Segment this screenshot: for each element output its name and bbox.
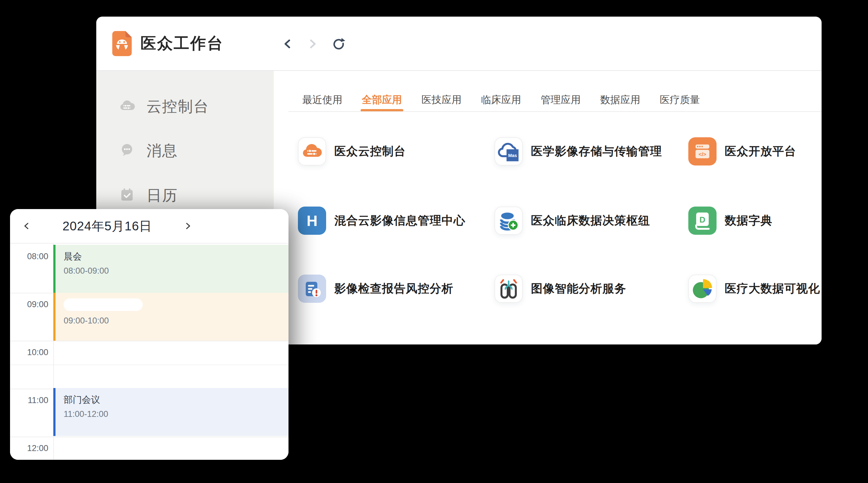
- forward-button[interactable]: [304, 36, 321, 53]
- app-image-ai-analysis[interactable]: 图像智能分析服务: [495, 275, 626, 303]
- app-label: 影像检查报告风控分析: [334, 281, 454, 296]
- content-area: 最近使用 全部应用 医技应用 临床应用 管理应用 数据应用 医疗质量: [274, 71, 822, 345]
- sidebar-item-calendar[interactable]: 日历: [118, 186, 178, 205]
- dictionary-book-icon: D: [688, 206, 717, 235]
- chevron-left-icon: [22, 222, 31, 231]
- calendar-date: 2024年5月16日: [44, 209, 170, 243]
- time-label: 08:00: [10, 252, 48, 261]
- app-title: 医众工作台: [141, 33, 224, 54]
- report-alert-icon: [298, 275, 326, 303]
- time-label: 10:00: [10, 348, 48, 357]
- app-data-dictionary[interactable]: D 数据字典: [688, 206, 772, 235]
- code-window-icon: </>: [688, 137, 717, 165]
- chevron-right-icon: [183, 222, 192, 231]
- calendar-header: 2024年5月16日: [10, 209, 288, 244]
- event-title-redacted-pill: [64, 298, 143, 311]
- calendar-check-icon: [118, 186, 136, 205]
- message-bubble-icon: [118, 141, 136, 160]
- app-label: 混合云影像信息管理中心: [334, 213, 465, 228]
- hour-line: [10, 341, 288, 341]
- sidebar-item-label: 消息: [147, 141, 178, 161]
- orange-cloud-settings-icon: [298, 137, 326, 165]
- time-label: 12:00: [10, 444, 48, 453]
- sidebar-item-messages[interactable]: 消息: [118, 141, 178, 161]
- calendar-prev-day-button[interactable]: [18, 218, 35, 235]
- chevron-left-icon: [283, 38, 293, 50]
- lungs-icon: [495, 275, 523, 303]
- event-time: 08:00-09:00: [64, 265, 288, 276]
- event-morning-meeting[interactable]: 晨会 08:00-09:00: [53, 245, 288, 293]
- app-cloud-console[interactable]: 医众云控制台: [298, 137, 406, 165]
- refresh-icon: [332, 37, 346, 52]
- event-redacted[interactable]: 09:00-10:00: [53, 293, 288, 341]
- event-time: 11:00-12:00: [64, 409, 288, 419]
- pie-chart-icon: [688, 275, 717, 303]
- sidebar-item-cloud-console[interactable]: 云控制台: [118, 97, 209, 117]
- svg-text:D: D: [700, 215, 706, 224]
- cloud-mas-icon: Mas: [495, 137, 523, 165]
- time-label: 11:00: [10, 395, 48, 405]
- svg-text:Mas: Mas: [508, 153, 517, 158]
- cloud-settings-icon: [118, 97, 136, 116]
- window-header: 医众工作台: [96, 17, 822, 71]
- event-title: 部门会议: [64, 394, 288, 406]
- app-report-risk-analysis[interactable]: 影像检查报告风控分析: [298, 275, 454, 303]
- calendar-day-grid: 08:00 09:00 10:00 11:00 12:00 晨会 08:00-0…: [10, 244, 288, 460]
- app-image-storage-transfer[interactable]: Mas 医学影像存储与传输管理: [495, 137, 662, 165]
- svg-text:H: H: [307, 213, 318, 229]
- app-open-platform[interactable]: </> 医众开放平台: [688, 137, 796, 165]
- calendar-panel: 2024年5月16日 08:00 09:00 10:00 11:00 12:00…: [10, 209, 288, 460]
- app-big-data-visualization[interactable]: 医疗大数据可视化: [688, 275, 820, 303]
- sidebar-item-label: 日历: [147, 186, 178, 205]
- event-title: 晨会: [64, 251, 288, 262]
- app-label: 图像智能分析服务: [531, 281, 626, 296]
- refresh-button[interactable]: [330, 36, 347, 53]
- desktop-background: 医众工作台: [0, 0, 868, 483]
- calendar-next-day-button[interactable]: [179, 218, 196, 235]
- event-department-meeting[interactable]: 部门会议 11:00-12:00: [53, 388, 288, 436]
- back-button[interactable]: [279, 36, 296, 53]
- app-clinical-data-hub[interactable]: 医众临床数据决策枢纽: [495, 206, 650, 235]
- sidebar-item-label: 云控制台: [147, 97, 209, 117]
- app-label: 数据字典: [725, 213, 772, 228]
- app-label: 医众临床数据决策枢纽: [531, 213, 650, 228]
- app-grid: 医众云控制台 Mas 医学影像存储与传输管理: [274, 71, 822, 345]
- app-label: 医众开放平台: [725, 143, 796, 159]
- letter-h-icon: H: [298, 206, 326, 235]
- app-label: 医众云控制台: [334, 143, 406, 159]
- event-time: 09:00-10:00: [64, 315, 288, 326]
- app-label: 医学影像存储与传输管理: [531, 143, 662, 159]
- time-label: 09:00: [10, 300, 48, 309]
- chevron-right-icon: [307, 38, 318, 50]
- hour-line: [10, 437, 288, 437]
- app-hybrid-cloud-imaging[interactable]: H 混合云影像信息管理中心: [298, 206, 465, 235]
- app-label: 医疗大数据可视化: [725, 281, 820, 296]
- svg-text:</>: </>: [699, 151, 707, 157]
- half-hour-line: [10, 364, 288, 365]
- database-plus-icon: [495, 206, 523, 235]
- app-logo-icon: [112, 31, 132, 56]
